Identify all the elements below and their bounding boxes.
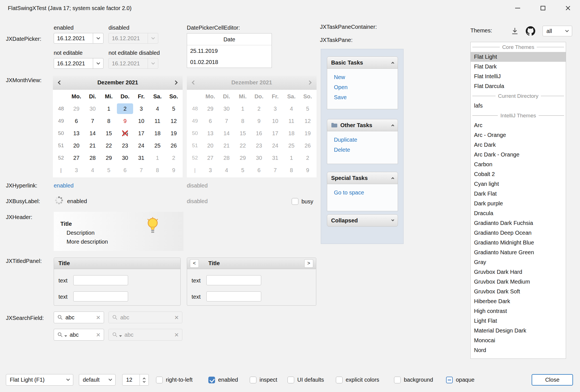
themes-list-item[interactable]: Nord	[471, 345, 566, 355]
taskpane-link[interactable]: Save	[334, 92, 398, 102]
calendar-day-cell[interactable]: 11	[149, 116, 166, 126]
collapse-double-chevron-up-icon[interactable]	[392, 61, 394, 64]
taskpane-header-basic-tasks[interactable]: Basic Tasks	[327, 56, 398, 69]
calendar-day-cell[interactable]: 16	[117, 128, 133, 139]
search-input[interactable]: abc	[65, 314, 94, 321]
busy-checkbox[interactable]: busy	[292, 197, 313, 206]
themes-list-item[interactable]: Hiberbee Dark	[471, 296, 566, 306]
close-button[interactable]: Close	[532, 374, 573, 386]
maximize-button[interactable]	[534, 2, 551, 15]
calendar-day-cell[interactable]: 29	[68, 103, 84, 114]
spinner-arrows[interactable]	[140, 374, 148, 385]
checkbox-box[interactable]	[336, 377, 343, 383]
calendar-day-cell[interactable]: 24	[133, 140, 149, 151]
close-window-button[interactable]	[559, 2, 577, 15]
minimize-button[interactable]	[509, 2, 526, 15]
themes-list-item[interactable]: Flat IntelliJ	[471, 72, 566, 81]
themes-list-item[interactable]: Flat Darcula	[471, 81, 566, 91]
taskpane-link[interactable]: Go to space	[334, 187, 398, 198]
clear-icon[interactable]: ×	[96, 315, 100, 320]
themes-list-item[interactable]: Dark Flat	[471, 189, 566, 199]
text-input[interactable]	[73, 291, 128, 301]
themes-list-item[interactable]: lafs	[471, 101, 566, 111]
taskpane-header-collapsed[interactable]: Collapsed	[327, 214, 398, 227]
themes-list-item[interactable]: Gruvbox Dark Soft	[471, 287, 566, 296]
taskpane-link[interactable]: Duplicate	[334, 135, 398, 145]
checkbox-box[interactable]	[250, 377, 256, 383]
calendar-day-cell[interactable]: 3	[68, 165, 84, 175]
themes-list-item[interactable]: Gruvbox Dark Medium	[471, 277, 566, 287]
expand-double-chevron-down-icon[interactable]	[392, 220, 394, 222]
calendar-day-cell[interactable]: 28	[84, 153, 101, 163]
calendar-day-cell[interactable]: 1	[149, 153, 166, 163]
themes-list-item[interactable]: Gradianto Dark Fuchsia	[471, 218, 566, 228]
themes-list[interactable]: Core ThemesFlat LightFlat DarkFlat Intel…	[470, 42, 566, 359]
themes-filter-combobox[interactable]: all	[543, 26, 572, 36]
datepicker-not-editable[interactable]: 16.12.2021	[54, 58, 103, 69]
text-input[interactable]	[73, 275, 128, 285]
calendar-day-cell[interactable]: 22	[101, 140, 117, 151]
calendar-day-cell[interactable]: 5	[101, 165, 117, 175]
calendar-day-cell[interactable]: 9	[117, 116, 133, 126]
calendar-day-cell[interactable]: 3	[133, 103, 149, 114]
titledpanel-next-button[interactable]: >	[304, 259, 313, 268]
calendar-day-cell[interactable]: 15	[101, 128, 117, 139]
calendar-day-cell[interactable]: 8	[149, 165, 166, 175]
themes-list-item[interactable]: High contrast	[471, 306, 566, 316]
collapse-double-chevron-up-icon[interactable]	[392, 124, 394, 127]
calendar-day-cell[interactable]: 4	[84, 165, 101, 175]
clear-icon[interactable]: ×	[96, 332, 100, 338]
checkbox-enabled[interactable]: enabled	[208, 374, 238, 386]
calendar-day-cell[interactable]: 6	[68, 116, 84, 126]
calendar-next-icon[interactable]	[173, 80, 178, 85]
checkbox-box[interactable]	[287, 377, 294, 383]
spinner-down-icon[interactable]	[143, 380, 146, 383]
themes-list-item[interactable]: Gradianto Deep Ocean	[471, 228, 566, 238]
themes-list-item[interactable]: Dark purple	[471, 199, 566, 208]
font-combobox[interactable]: default	[79, 374, 115, 386]
calendar-day-cell[interactable]: 30	[84, 103, 101, 114]
checkbox-inspect[interactable]: inspect	[250, 374, 277, 386]
search-field-with-menu-enabled[interactable]: abc ×	[54, 329, 104, 341]
calendar-day-cell[interactable]: 20	[68, 140, 84, 151]
taskpane-link[interactable]: Delete	[334, 145, 398, 155]
themes-list-item[interactable]: Arc Dark	[471, 140, 566, 150]
datepicker-dropdown-button[interactable]	[93, 33, 103, 43]
checkbox-explicit-colors[interactable]: explicit colors	[336, 374, 379, 386]
checkbox-ui-defaults[interactable]: UI defaults	[287, 374, 324, 386]
themes-list-item[interactable]: Arc	[471, 120, 566, 130]
themes-list-item[interactable]: Dracula	[471, 208, 566, 218]
checkbox-box[interactable]	[292, 198, 298, 205]
themes-list-item[interactable]: Arc Dark - Orange	[471, 150, 566, 160]
search-field-enabled[interactable]: abc ×	[54, 312, 104, 323]
download-icon[interactable]	[511, 27, 519, 35]
calendar-day-cell[interactable]: 10	[133, 116, 149, 126]
themes-list-item[interactable]: Carbon	[471, 160, 566, 169]
titledpanel-prev-button[interactable]: <	[190, 259, 199, 268]
calendar-day-cell[interactable]: 1	[101, 103, 117, 114]
calendar-day-cell[interactable]: 2	[117, 103, 133, 114]
calendar-day-cell[interactable]: 31	[133, 153, 149, 163]
themes-list-item[interactable]: Monocai	[471, 336, 566, 345]
themes-list-item[interactable]: Gradianto Midnight Blue	[471, 238, 566, 248]
calendar-day-cell[interactable]: 13	[68, 128, 84, 139]
laf-combobox[interactable]: Flat Light (F1)	[6, 374, 73, 386]
taskpane-link[interactable]: Open	[334, 82, 398, 92]
calendar-day-cell[interactable]: 14	[84, 128, 101, 139]
taskpane-header-other-tasks[interactable]: Other Tasks	[327, 119, 398, 131]
calendar-day-cell[interactable]: 25	[149, 140, 166, 151]
calendar-day-cell[interactable]: 30	[117, 153, 133, 163]
calendar-day-cell[interactable]: 6	[117, 165, 133, 175]
themes-list-item[interactable]: Cobalt 2	[471, 169, 566, 179]
calendar-day-cell[interactable]: 7	[133, 165, 149, 175]
checkbox-box[interactable]	[394, 377, 401, 383]
themes-list-item[interactable]: Cyan light	[471, 179, 566, 189]
calendar-day-cell[interactable]: 4	[149, 103, 166, 114]
calendar-prev-icon[interactable]	[58, 80, 62, 85]
calendar-day-cell[interactable]: 12	[166, 116, 182, 126]
calendar-day-cell[interactable]: 21	[84, 140, 101, 151]
calendar-day-cell[interactable]: 9	[166, 165, 182, 175]
themes-list-item[interactable]: Gruvbox Dark Hard	[471, 267, 566, 277]
text-input[interactable]	[206, 275, 261, 285]
calendar-day-cell[interactable]: 2	[166, 153, 182, 163]
